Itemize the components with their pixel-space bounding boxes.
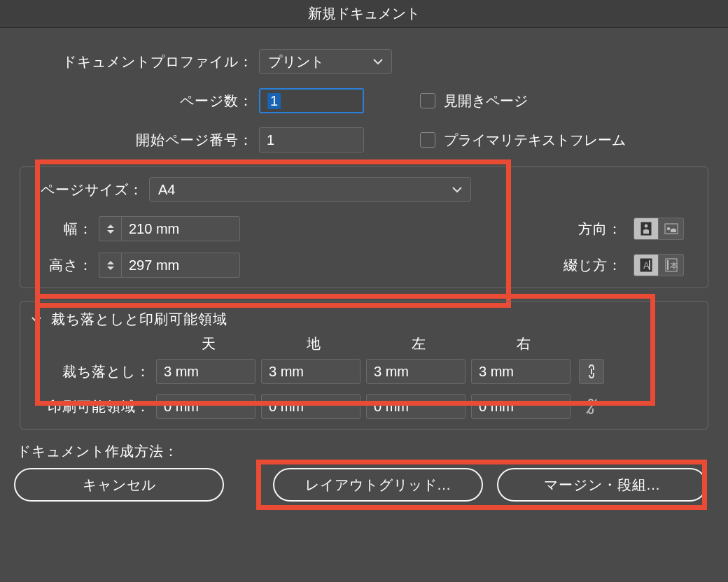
orientation-label: 方向： bbox=[578, 220, 628, 239]
primary-frame-label: プライマリテキストフレーム bbox=[444, 131, 626, 150]
chevron-down-icon bbox=[31, 316, 41, 323]
profile-value: プリント bbox=[268, 52, 324, 71]
bleed-bottom-value: 3 mm bbox=[269, 364, 304, 380]
svg-point-3 bbox=[666, 227, 669, 230]
bleed-col-right: 右 bbox=[471, 334, 576, 353]
slug-bottom-value: 0 mm bbox=[269, 399, 304, 415]
bleed-link-toggle[interactable] bbox=[579, 359, 604, 384]
pages-count-label: ページ数： bbox=[14, 92, 259, 111]
bleed-section-title: 裁ち落としと印刷可能領域 bbox=[51, 310, 227, 329]
bleed-bottom-field[interactable]: 3 mm bbox=[261, 359, 360, 384]
facing-pages-label: 見開きページ bbox=[444, 92, 528, 111]
binding-left-icon: A bbox=[640, 258, 652, 272]
svg-text:本: 本 bbox=[670, 261, 678, 271]
slug-label: 印刷可能領域： bbox=[30, 397, 156, 416]
svg-point-1 bbox=[645, 225, 648, 228]
svg-rect-6 bbox=[649, 260, 650, 270]
slug-left-value: 0 mm bbox=[374, 399, 409, 415]
start-page-value: 1 bbox=[267, 132, 274, 148]
dialog-title: 新規ドキュメント bbox=[308, 4, 420, 23]
width-spinner[interactable] bbox=[99, 216, 121, 241]
bleed-col-left: 左 bbox=[366, 334, 471, 353]
slug-top-value: 0 mm bbox=[164, 399, 199, 415]
width-label: 幅： bbox=[30, 220, 99, 239]
page-size-select[interactable]: A4 bbox=[149, 177, 471, 202]
creation-method-label: ドキュメント作成方法： bbox=[17, 442, 714, 461]
margin-columns-label: マージン・段組... bbox=[544, 476, 661, 495]
pages-count-value: 1 bbox=[267, 93, 281, 109]
layout-grid-button[interactable]: レイアウトグリッド... bbox=[273, 468, 483, 502]
slug-left-field[interactable]: 0 mm bbox=[366, 394, 465, 419]
title-bar: 新規ドキュメント bbox=[0, 0, 728, 28]
binding-label: 綴じ方： bbox=[564, 256, 628, 275]
start-page-field[interactable]: 1 bbox=[259, 127, 364, 152]
landscape-icon bbox=[664, 223, 678, 234]
page-size-value: A4 bbox=[158, 182, 175, 198]
svg-text:A: A bbox=[643, 260, 650, 271]
slug-link-toggle[interactable] bbox=[579, 394, 604, 419]
slug-bottom-field[interactable]: 0 mm bbox=[261, 394, 360, 419]
binding-right-icon: 本 bbox=[665, 258, 678, 272]
svg-rect-8 bbox=[667, 260, 668, 270]
primary-frame-checkbox[interactable] bbox=[420, 132, 435, 148]
height-field[interactable]: 297 mm bbox=[121, 253, 240, 278]
bleed-right-value: 3 mm bbox=[479, 364, 514, 380]
portrait-icon bbox=[640, 222, 652, 236]
width-field[interactable]: 210 mm bbox=[121, 216, 240, 241]
bleed-top-value: 3 mm bbox=[164, 364, 199, 380]
binding-left-button[interactable]: A bbox=[634, 254, 659, 276]
unlink-icon bbox=[585, 398, 598, 415]
margin-columns-button[interactable]: マージン・段組... bbox=[497, 468, 707, 502]
orientation-landscape-button[interactable] bbox=[659, 218, 684, 240]
pages-count-field[interactable]: 1 bbox=[259, 88, 364, 113]
bleed-label: 裁ち落とし： bbox=[30, 362, 156, 381]
link-icon bbox=[587, 364, 596, 379]
height-value: 297 mm bbox=[129, 257, 179, 274]
width-value: 210 mm bbox=[129, 221, 179, 237]
bleed-left-field[interactable]: 3 mm bbox=[366, 359, 465, 384]
bleed-top-field[interactable]: 3 mm bbox=[156, 359, 255, 384]
binding-right-button[interactable]: 本 bbox=[659, 254, 684, 276]
chevron-down-icon bbox=[373, 58, 383, 65]
page-size-label: ページサイズ： bbox=[30, 180, 149, 199]
profile-select[interactable]: プリント bbox=[259, 49, 392, 74]
facing-pages-checkbox[interactable] bbox=[420, 93, 435, 108]
bleed-col-top: 天 bbox=[156, 334, 261, 353]
start-page-label: 開始ページ番号： bbox=[14, 131, 259, 150]
slug-top-field[interactable]: 0 mm bbox=[156, 394, 255, 419]
bleed-col-bottom: 地 bbox=[261, 334, 366, 353]
slug-right-field[interactable]: 0 mm bbox=[471, 394, 570, 419]
slug-right-value: 0 mm bbox=[479, 399, 514, 415]
layout-grid-label: レイアウトグリッド... bbox=[305, 476, 451, 495]
bleed-right-field[interactable]: 3 mm bbox=[471, 359, 570, 384]
cancel-button[interactable]: キャンセル bbox=[14, 468, 224, 502]
cancel-label: キャンセル bbox=[83, 476, 156, 495]
chevron-down-icon bbox=[452, 186, 462, 193]
profile-label: ドキュメントプロファイル： bbox=[14, 52, 259, 71]
bleed-left-value: 3 mm bbox=[374, 364, 409, 380]
orientation-portrait-button[interactable] bbox=[634, 218, 659, 240]
bleed-section-toggle[interactable] bbox=[30, 313, 43, 326]
height-label: 高さ： bbox=[30, 256, 99, 275]
height-spinner[interactable] bbox=[99, 253, 121, 278]
